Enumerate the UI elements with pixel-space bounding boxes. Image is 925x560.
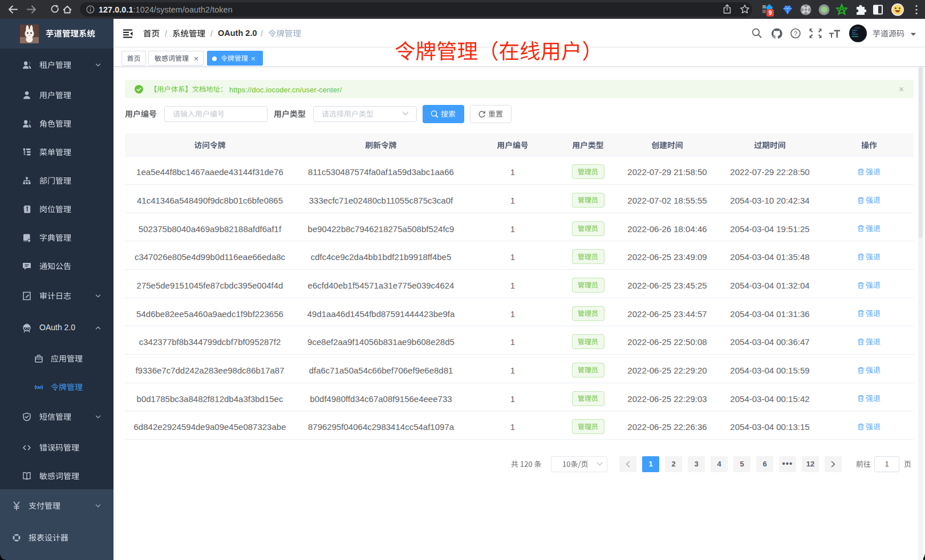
svg-text:?: ? bbox=[794, 30, 797, 37]
svg-text:A: A bbox=[37, 385, 40, 390]
svg-text:9: 9 bbox=[769, 10, 772, 16]
